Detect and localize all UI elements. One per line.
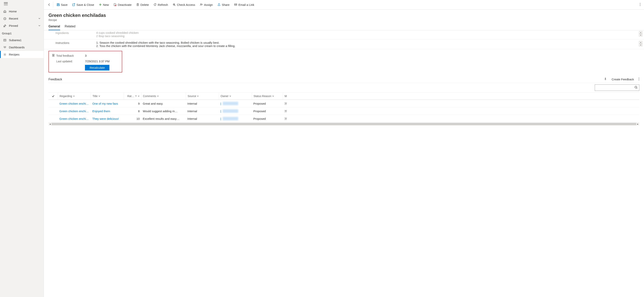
regarding-link[interactable]: Green chicken enchilad: [59, 102, 89, 105]
col-regarding[interactable]: Regarding: [58, 93, 91, 100]
email-link-button[interactable]: Email a Link: [232, 2, 256, 8]
link-label: Create Feedback: [612, 78, 634, 81]
deactivate-button[interactable]: Deactivate: [112, 2, 134, 8]
section-overflow[interactable]: [638, 78, 639, 81]
rollup-updated-value: 7/29/2021 3:37 PM: [85, 60, 110, 63]
row-select[interactable]: [48, 107, 58, 115]
col-title[interactable]: Title: [91, 93, 124, 100]
assign-button[interactable]: Assign: [198, 2, 215, 8]
scroll-up-button[interactable]: ▲: [639, 31, 642, 34]
grid-search-box[interactable]: [595, 84, 639, 91]
scroll-down-button[interactable]: ▼: [639, 34, 642, 37]
col-source[interactable]: Source: [186, 93, 219, 100]
search-input[interactable]: [596, 86, 633, 89]
sidebar-item-label: Subarea1: [9, 39, 22, 42]
col-owner[interactable]: Owner: [219, 93, 252, 100]
add-existing-icon[interactable]: [604, 78, 607, 81]
table-row[interactable]: Green chicken enchiladOne of my new favs…: [48, 100, 639, 107]
refresh-button[interactable]: Refresh: [152, 2, 170, 8]
form-header: Green chicken enchiladas Recipe: [44, 10, 644, 22]
col-modified[interactable]: M: [283, 93, 290, 100]
back-button[interactable]: [47, 2, 53, 8]
cmd-label: Save & Close: [76, 3, 94, 7]
tab-general[interactable]: General: [48, 25, 60, 30]
create-feedback-button[interactable]: Create Feedback: [612, 78, 634, 81]
hamburger-menu[interactable]: [4, 2, 8, 6]
tab-related[interactable]: Related: [65, 25, 76, 30]
sidebar-item-recent[interactable]: Recent: [0, 15, 44, 22]
scroll-up-button[interactable]: ▲: [639, 41, 642, 44]
comments-cell: Excellent results and easy…: [141, 115, 186, 122]
chevron-down-icon: [229, 95, 231, 98]
owner-cell[interactable]: |: [219, 115, 252, 122]
share-button[interactable]: Share: [216, 2, 232, 8]
col-status[interactable]: Status Reason: [252, 93, 283, 100]
svg-point-5: [200, 4, 202, 5]
col-comments[interactable]: Comments: [141, 93, 186, 100]
field-value[interactable]: 4 cups cooked shredded chicken 2 tbsp ta…: [96, 31, 639, 38]
title-link[interactable]: One of my new favs: [92, 102, 118, 105]
sidebar-item-subarea1[interactable]: Subarea1: [0, 37, 44, 44]
owner-cell[interactable]: |: [219, 107, 252, 115]
square-icon: [3, 39, 6, 42]
row-select[interactable]: [48, 100, 58, 107]
gear-icon: [3, 53, 6, 56]
rollup-highlight-box: Total feedback 3 Last updated: 7/29/2021…: [48, 51, 122, 72]
regarding-link[interactable]: Green chicken enchilad: [59, 110, 89, 113]
col-label: Regarding: [60, 95, 72, 98]
scroll-down-button[interactable]: ▼: [639, 44, 642, 46]
record-title: Green chicken enchiladas: [48, 13, 639, 18]
svg-point-21: [635, 86, 637, 88]
scroll-track[interactable]: [52, 123, 636, 125]
command-overflow[interactable]: [638, 2, 642, 8]
chevron-down-icon: [157, 95, 159, 98]
sidebar-item-label: Home: [9, 10, 17, 13]
sidebar-item-pinned[interactable]: Pinned: [0, 22, 44, 29]
dashboard-icon: [3, 46, 6, 49]
recalculate-button[interactable]: Recalculate: [85, 65, 110, 71]
cmd-label: Check Access: [177, 3, 195, 7]
col-rating[interactable]: Rat…: [124, 93, 141, 100]
rollup-total-label: Total feedback: [52, 54, 85, 57]
sidebar-item-home[interactable]: Home: [0, 8, 44, 15]
source-cell: Internal: [186, 115, 219, 122]
chevron-down-icon: [38, 17, 40, 20]
sidebar-item-label: Recent: [9, 17, 18, 20]
scroll-right-button[interactable]: ▶: [636, 123, 639, 126]
svg-point-12: [53, 55, 53, 56]
regarding-link[interactable]: Green chicken enchilad: [59, 117, 89, 120]
scroll-left-button[interactable]: ◀: [48, 123, 52, 126]
field-value[interactable]: 1. Season the cooked shredded chicken wi…: [96, 41, 639, 48]
rating-cell: 9: [124, 100, 141, 107]
check-access-button[interactable]: Check Access: [171, 2, 197, 8]
share-icon: [218, 3, 220, 6]
new-button[interactable]: New: [97, 2, 111, 8]
sidebar-item-recipes[interactable]: Recipes: [0, 51, 44, 58]
table-row[interactable]: Green chicken enchiladThey were deliciou…: [48, 115, 639, 123]
row-select[interactable]: [48, 115, 58, 122]
svg-rect-1: [4, 39, 6, 41]
field-ingredients: Ingredients 4 cups cooked shredded chick…: [44, 30, 644, 39]
status-cell: Proposed: [252, 107, 283, 115]
svg-point-14: [54, 55, 54, 56]
delete-button[interactable]: Delete: [134, 2, 151, 8]
grid-header: Regarding Title Rat… Comments Source Own…: [48, 92, 639, 100]
grid-horizontal-scrollbar[interactable]: ◀ ▶: [48, 123, 639, 126]
chevron-down-icon: [138, 95, 140, 98]
svg-point-2: [4, 54, 5, 55]
label-text: Total feedback: [56, 54, 74, 57]
svg-point-18: [639, 78, 639, 78]
field-scroll: ▲ ▼: [639, 31, 642, 37]
title-link[interactable]: They were delicious!: [92, 117, 119, 120]
col-select[interactable]: [48, 93, 58, 100]
rating-cell: 8: [124, 107, 141, 115]
sidebar-item-dashboards[interactable]: Dashboards: [0, 44, 44, 51]
save-button[interactable]: Save: [55, 2, 70, 8]
svg-point-4: [173, 4, 175, 5]
cmd-label: Deactivate: [118, 3, 132, 7]
source-cell: Internal: [186, 107, 219, 115]
owner-cell[interactable]: |: [219, 100, 252, 107]
title-link[interactable]: Enjoyed them: [92, 110, 110, 113]
save-close-button[interactable]: Save & Close: [70, 2, 96, 8]
table-row[interactable]: Green chicken enchiladEnjoyed them8Would…: [48, 107, 639, 115]
